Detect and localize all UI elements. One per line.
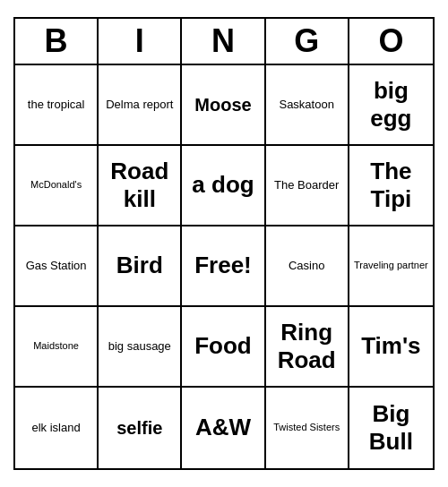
cell-text-5: McDonald's [30, 179, 82, 191]
cell-text-22: A&W [195, 414, 251, 441]
cell-22: A&W [182, 388, 265, 468]
header-letter-I: I [99, 19, 182, 64]
cell-text-15: Maidstone [33, 340, 79, 352]
cell-text-24: Big Bull [353, 400, 429, 456]
cell-4: big egg [349, 65, 433, 146]
cell-text-8: The Boarder [274, 178, 339, 192]
cell-text-18: Ring Road [270, 319, 344, 374]
cell-text-19: Tim's [361, 332, 420, 360]
cell-24: Big Bull [349, 388, 433, 468]
cell-14: Traveling partner [349, 226, 433, 307]
cell-text-13: Casino [289, 259, 324, 273]
cell-8: The Boarder [266, 146, 349, 226]
bingo-card: BINGO the tropicalDelma reportMooseSaska… [13, 17, 435, 470]
cell-11: Bird [99, 226, 182, 307]
cell-18: Ring Road [266, 307, 349, 388]
cell-15: Maidstone [15, 307, 99, 388]
bingo-grid: the tropicalDelma reportMooseSaskatoonbi… [15, 65, 433, 468]
cell-13: Casino [266, 226, 349, 307]
header-letter-O: O [349, 19, 433, 64]
cell-10: Gas Station [15, 226, 99, 307]
cell-text-0: the tropical [28, 98, 85, 112]
bingo-header: BINGO [15, 19, 433, 65]
header-letter-B: B [15, 19, 99, 64]
cell-19: Tim's [349, 307, 433, 388]
cell-21: selfie [99, 388, 182, 468]
cell-2: Moose [182, 65, 265, 146]
cell-3: Saskatoon [266, 65, 349, 146]
cell-text-12: Free! [194, 252, 252, 279]
cell-17: Food [182, 307, 265, 388]
cell-text-9: The Tipi [353, 158, 429, 213]
cell-text-14: Traveling partner [354, 260, 428, 271]
cell-text-2: Moose [194, 94, 251, 115]
cell-text-20: elk island [31, 421, 80, 435]
cell-1: Delma report [99, 65, 182, 146]
cell-text-1: Delma report [106, 98, 173, 112]
cell-9: The Tipi [349, 146, 433, 226]
header-letter-N: N [182, 19, 265, 64]
cell-text-17: Food [194, 332, 252, 360]
cell-text-11: Bird [116, 252, 163, 279]
cell-text-16: big sausage [108, 339, 171, 354]
cell-0: the tropical [15, 65, 99, 146]
cell-12: Free! [182, 226, 265, 307]
cell-text-23: Twisted Sisters [273, 422, 340, 433]
cell-text-3: Saskatoon [279, 98, 333, 112]
cell-text-10: Gas Station [26, 259, 87, 273]
cell-6: Road kill [99, 146, 182, 226]
cell-20: elk island [15, 388, 99, 468]
cell-text-4: big egg [353, 77, 429, 132]
cell-23: Twisted Sisters [266, 388, 349, 468]
cell-text-7: a dog [192, 171, 254, 199]
cell-text-21: selfie [116, 417, 162, 439]
header-letter-G: G [266, 19, 349, 64]
cell-text-6: Road kill [102, 158, 177, 213]
cell-5: McDonald's [15, 146, 99, 226]
cell-16: big sausage [99, 307, 182, 388]
cell-7: a dog [182, 146, 265, 226]
